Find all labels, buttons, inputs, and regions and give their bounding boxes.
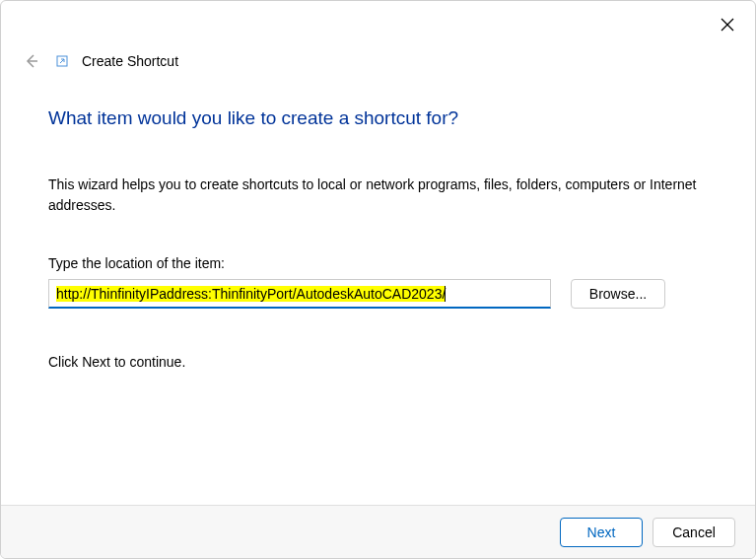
footer: Next Cancel bbox=[1, 505, 755, 558]
input-row: http://ThinfinityIPaddress:ThinfinityPor… bbox=[48, 279, 708, 309]
continue-text: Click Next to continue. bbox=[48, 354, 708, 370]
shortcut-icon bbox=[56, 55, 68, 67]
close-button[interactable] bbox=[716, 13, 739, 36]
location-input[interactable] bbox=[48, 279, 551, 309]
back-arrow-icon bbox=[21, 50, 42, 72]
cancel-button[interactable]: Cancel bbox=[653, 518, 735, 547]
wizard-description: This wizard helps you to create shortcut… bbox=[48, 175, 708, 216]
close-icon bbox=[721, 18, 734, 32]
main-heading: What item would you like to create a sho… bbox=[48, 107, 708, 129]
location-label: Type the location of the item: bbox=[48, 255, 708, 271]
browse-button[interactable]: Browse... bbox=[571, 279, 665, 309]
header-row: Create Shortcut bbox=[21, 50, 178, 72]
location-input-wrap: http://ThinfinityIPaddress:ThinfinityPor… bbox=[48, 279, 551, 309]
next-button[interactable]: Next bbox=[560, 518, 643, 547]
window-title: Create Shortcut bbox=[82, 53, 178, 69]
content-area: What item would you like to create a sho… bbox=[48, 107, 708, 370]
